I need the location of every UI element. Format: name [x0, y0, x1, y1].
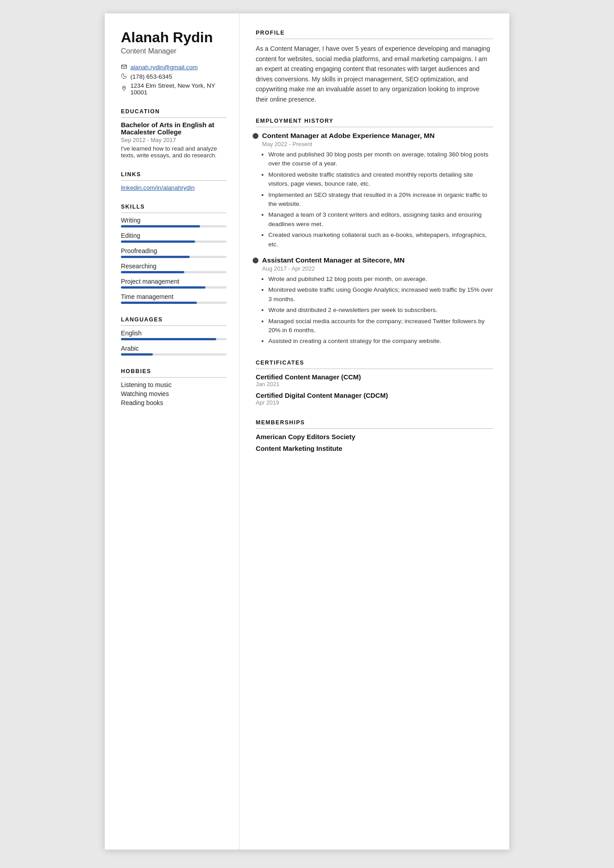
skill-bar-bg [121, 286, 227, 289]
certificates-section-title: CERTIFICATES [256, 360, 493, 369]
svg-point-1 [124, 87, 125, 88]
skill-bar-bg [121, 225, 227, 227]
resume-container: Alanah Rydin Content Manager alanah.rydi… [105, 13, 509, 850]
skill-item: Project management [121, 278, 227, 289]
language-name: Arabic [121, 345, 227, 352]
membership-item: American Copy Editors Society [256, 433, 493, 441]
skill-bar-bg [121, 302, 227, 304]
language-bar-fill [121, 338, 216, 340]
candidate-name: Alanah Rydin [121, 30, 227, 45]
svg-rect-0 [121, 65, 126, 69]
phone-item: (178) 653-6345 [121, 73, 227, 80]
skills-list: Writing Editing Proofreading Researching… [121, 217, 227, 304]
certificate-item: Certified Digital Content Manager (CDCM)… [256, 392, 493, 406]
address-item: 1234 Elm Street, New York, NY 10001 [121, 82, 227, 96]
skill-name: Researching [121, 263, 227, 270]
skill-bar-bg [121, 271, 227, 273]
linkedin-link[interactable]: linkedin.com/in/alanahrydin [121, 184, 227, 191]
job-bullet: Managed a team of 3 content writers and … [268, 210, 493, 229]
job-item: Content Manager at Adobe Experience Mana… [256, 132, 493, 249]
skill-name: Editing [121, 232, 227, 239]
email-item: alanah.rydin@gmail.com [121, 63, 227, 71]
skill-name: Project management [121, 278, 227, 285]
edu-description: I've learned how to read and analyze tex… [121, 145, 227, 159]
profile-text: As a Content Manager, I have over 5 year… [256, 44, 493, 104]
job-bullets: Wrote and published 30 blog posts per mo… [268, 150, 493, 249]
skill-bar-bg [121, 240, 227, 243]
language-item: English [121, 329, 227, 340]
skill-item: Researching [121, 263, 227, 273]
language-bar-bg [121, 353, 227, 356]
skills-section-title: SKILLS [121, 204, 227, 213]
certificate-item: Certified Content Manager (CCM) Jan 2021 [256, 374, 493, 387]
skill-bar-fill [121, 286, 205, 289]
job-bullet: Wrote and published 30 blog posts per mo… [268, 150, 493, 169]
employment-list: Content Manager at Adobe Experience Mana… [256, 132, 493, 346]
language-item: Arabic [121, 345, 227, 356]
skill-item: Proofreading [121, 247, 227, 258]
edu-degree: Bachelor of Arts in English at Macaleste… [121, 121, 227, 136]
email-icon [121, 63, 127, 71]
certificates-list: Certified Content Manager (CCM) Jan 2021… [256, 374, 493, 406]
skill-bar-fill [121, 240, 195, 243]
job-bullets: Wrote and published 12 blog posts per mo… [268, 275, 493, 346]
memberships-section-title: MEMBERSHIPS [256, 419, 493, 429]
membership-item: Content Marketing Institute [256, 445, 493, 452]
employment-section-title: EMPLOYMENT HISTORY [256, 118, 493, 127]
skill-bar-fill [121, 271, 184, 273]
language-bar-fill [121, 353, 153, 356]
languages-list: English Arabic [121, 329, 227, 356]
hobby-item: Watching movies [121, 390, 227, 397]
language-name: English [121, 329, 227, 337]
job-title: Content Manager at Adobe Experience Mana… [256, 132, 493, 140]
job-bullet: Created various marketing collateral suc… [268, 231, 493, 249]
language-bar-bg [121, 338, 227, 340]
job-bullet: Implemented an SEO strategy that resulte… [268, 191, 493, 209]
skill-item: Time management [121, 293, 227, 304]
links-section-title: LINKS [121, 171, 227, 181]
job-dot [253, 133, 258, 139]
email-link[interactable]: alanah.rydin@gmail.com [130, 64, 198, 71]
hobby-item: Listening to music [121, 381, 227, 388]
skill-bar-fill [121, 225, 200, 227]
address-text: 1234 Elm Street, New York, NY 10001 [130, 82, 227, 96]
languages-section-title: LANGUAGES [121, 316, 227, 326]
skill-bar-fill [121, 256, 190, 258]
cert-name: Certified Content Manager (CCM) [256, 374, 493, 381]
hobbies-section-title: HOBBIES [121, 368, 227, 378]
skill-item: Editing [121, 232, 227, 243]
skill-bar-bg [121, 256, 227, 258]
skill-name: Proofreading [121, 247, 227, 254]
job-bullet: Wrote and published 12 blog posts per mo… [268, 275, 493, 284]
skill-name: Time management [121, 293, 227, 300]
job-bullet: Assisted in creating a content strategy … [268, 337, 493, 346]
phone-text: (178) 653-6345 [130, 73, 172, 80]
cert-date: Jan 2021 [256, 381, 493, 387]
job-bullet: Monitored website traffic using Google A… [268, 285, 493, 304]
memberships-list: American Copy Editors SocietyContent Mar… [256, 433, 493, 452]
job-bullet: Monitored website traffic statistics and… [268, 170, 493, 189]
job-dot [253, 258, 258, 263]
job-bullet: Wrote and distributed 2 e-newsletters pe… [268, 306, 493, 315]
contact-list: alanah.rydin@gmail.com (178) 653-6345 [121, 63, 227, 96]
job-dates: Aug 2017 - Apr 2022 [262, 265, 493, 272]
skill-bar-fill [121, 302, 197, 304]
job-dates: May 2022 - Present [262, 141, 493, 147]
cert-date: Apr 2019 [256, 399, 493, 406]
right-column: PROFILE As a Content Manager, I have ove… [240, 13, 509, 850]
job-bullet: Managed social media accounts for the co… [268, 317, 493, 335]
job-title: Assistant Content Manager at Sitecore, M… [256, 256, 493, 264]
profile-section-title: PROFILE [256, 30, 493, 39]
hobby-item: Reading books [121, 399, 227, 406]
left-column: Alanah Rydin Content Manager alanah.rydi… [105, 13, 240, 850]
cert-name: Certified Digital Content Manager (CDCM) [256, 392, 493, 399]
skill-item: Writing [121, 217, 227, 227]
phone-icon [121, 73, 127, 80]
education-section-title: EDUCATION [121, 108, 227, 118]
candidate-title: Content Manager [121, 47, 227, 55]
job-item: Assistant Content Manager at Sitecore, M… [256, 256, 493, 346]
hobbies-list: Listening to musicWatching moviesReading… [121, 381, 227, 406]
location-icon [121, 85, 127, 93]
skill-name: Writing [121, 217, 227, 224]
edu-dates: Sep 2012 - May 2017 [121, 137, 227, 143]
